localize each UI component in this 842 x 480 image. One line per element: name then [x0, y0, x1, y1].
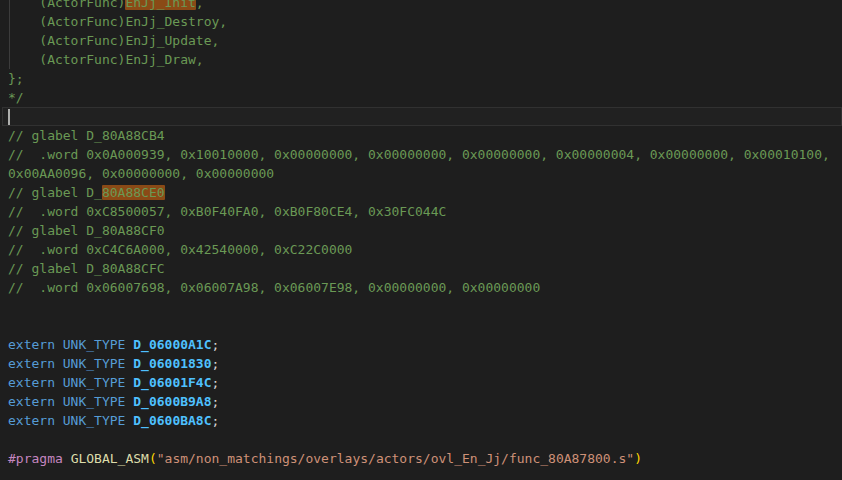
code-token: D_06001F4C: [133, 375, 211, 390]
code-token: #pragma: [8, 451, 63, 466]
code-line: #pragma GLOBAL_ASM("asm/non_matchings/ov…: [8, 449, 842, 468]
code-token: (ActorFunc)EnJj_Update,: [8, 33, 219, 48]
code-token: ;: [212, 356, 220, 371]
code-token: D_0600BA8C: [133, 413, 211, 428]
code-token: // .word 0x06007698, 0x06007A98, 0x06007…: [8, 280, 540, 295]
code-line: // glabel D_80A88CE0: [8, 183, 842, 202]
code-token: UNK_TYPE: [63, 375, 126, 390]
code-line: // .word 0xC8500057, 0xB0F40FA0, 0xB0F80…: [8, 202, 842, 221]
code-line: [8, 468, 842, 480]
code-token: (ActorFunc): [8, 0, 125, 10]
code-line: // .word 0xC4C6A000, 0x42540000, 0xC22C0…: [8, 240, 842, 259]
code-token: ;: [212, 375, 220, 390]
code-token: D_06001830: [133, 356, 211, 371]
code-line: */: [8, 88, 842, 107]
code-token: ;: [212, 337, 220, 352]
code-token: UNK_TYPE: [63, 337, 126, 352]
code-token: [55, 337, 63, 352]
code-token: ;: [212, 413, 220, 428]
code-line: extern UNK_TYPE D_0600BA8C;: [8, 411, 842, 430]
code-line: [8, 107, 842, 126]
code-line: // glabel D_80A88CF0: [8, 221, 842, 240]
code-token: GLOBAL_ASM: [71, 451, 149, 466]
code-token: UNK_TYPE: [63, 356, 126, 371]
code-token: D_0600B9A8: [133, 394, 211, 409]
code-line: // glabel D_80A88CB4: [8, 126, 842, 145]
code-token: // glabel D_80A88CF0: [8, 223, 165, 238]
code-line: (ActorFunc)EnJj_Init,: [8, 0, 842, 12]
code-line: extern UNK_TYPE D_06001830;: [8, 354, 842, 373]
code-line: extern UNK_TYPE D_0600B9A8;: [8, 392, 842, 411]
code-token: UNK_TYPE: [63, 394, 126, 409]
code-token: ;: [212, 394, 220, 409]
code-token: extern: [8, 413, 55, 428]
code-line: extern UNK_TYPE D_06001F4C;: [8, 373, 842, 392]
code-token: // .word 0x0A000939, 0x10010000, 0x00000…: [8, 147, 838, 181]
code-token: (ActorFunc)EnJj_Draw,: [8, 52, 204, 67]
code-line: extern UNK_TYPE D_06000A1C;: [8, 335, 842, 354]
code-token: extern: [8, 356, 55, 371]
code-line: [8, 316, 842, 335]
code-token: (: [149, 451, 157, 466]
search-match-highlight: EnJj_Init: [125, 0, 195, 10]
code-line: // .word 0x06007698, 0x06007A98, 0x06007…: [8, 278, 842, 297]
code-token: // glabel D_: [8, 185, 102, 200]
code-token: [55, 356, 63, 371]
code-token: */: [8, 90, 24, 105]
code-line: (ActorFunc)EnJj_Destroy,: [8, 12, 842, 31]
code-token: // glabel D_80A88CB4: [8, 128, 165, 143]
code-line: [8, 430, 842, 449]
code-line: };: [8, 69, 842, 88]
code-token: // .word 0xC8500057, 0xB0F40FA0, 0xB0F80…: [8, 204, 446, 219]
code-token: ,: [196, 0, 204, 10]
code-token: };: [8, 71, 24, 86]
code-token: extern: [8, 375, 55, 390]
code-token: (ActorFunc)EnJj_Destroy,: [8, 14, 227, 29]
code-line: [8, 297, 842, 316]
code-line: (ActorFunc)EnJj_Draw,: [8, 50, 842, 69]
text-cursor: [8, 109, 10, 125]
code-token: // glabel D_80A88CFC: [8, 261, 165, 276]
code-token: // .word 0xC4C6A000, 0x42540000, 0xC22C0…: [8, 242, 352, 257]
code-area: (ActorFunc)EnJj_Init, (ActorFunc)EnJj_De…: [8, 0, 842, 480]
code-token: [63, 451, 71, 466]
code-token: [55, 413, 63, 428]
code-token: UNK_TYPE: [63, 413, 126, 428]
code-token: [55, 375, 63, 390]
search-match-highlight: 80A88CE0: [102, 185, 165, 200]
code-line: (ActorFunc)EnJj_Update,: [8, 31, 842, 50]
code-line: // .word 0x0A000939, 0x10010000, 0x00000…: [8, 145, 842, 183]
code-token: "asm/non_matchings/overlays/actors/ovl_E…: [157, 451, 634, 466]
code-line: // glabel D_80A88CFC: [8, 259, 842, 278]
code-token: extern: [8, 394, 55, 409]
code-editor[interactable]: (ActorFunc)EnJj_Init, (ActorFunc)EnJj_De…: [0, 0, 842, 480]
code-token: ): [634, 451, 642, 466]
code-token: extern: [8, 337, 55, 352]
code-token: D_06000A1C: [133, 337, 211, 352]
code-token: [55, 394, 63, 409]
